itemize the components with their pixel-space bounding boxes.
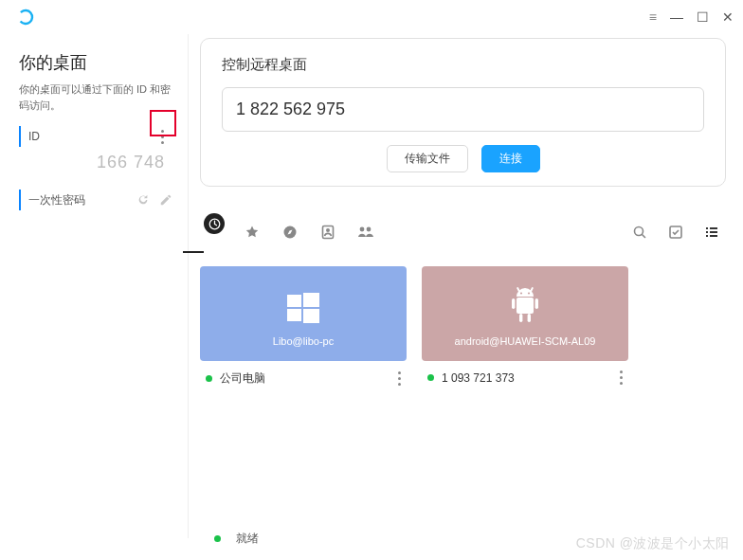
id-more-button[interactable] [152, 126, 172, 147]
maximize-button[interactable]: ☐ [697, 10, 709, 24]
svg-rect-14 [710, 235, 717, 237]
tab-discover[interactable] [280, 222, 300, 243]
remote-id-input[interactable] [222, 87, 704, 132]
password-label: 一次性密码 [28, 192, 85, 208]
tab-group[interactable] [355, 222, 376, 243]
device-name: 1 093 721 373 [442, 371, 515, 385]
svg-rect-11 [706, 231, 708, 233]
watermark: CSDN @波波是个小太阳 [576, 535, 730, 552]
id-label: ID [28, 130, 40, 143]
id-value: 166 748 [19, 153, 165, 172]
svg-point-27 [528, 292, 530, 294]
svg-rect-23 [528, 314, 531, 322]
svg-point-26 [520, 292, 522, 294]
transfer-file-button[interactable]: 传输文件 [387, 145, 468, 172]
hamburger-icon[interactable]: ≡ [649, 10, 657, 24]
svg-rect-19 [516, 298, 534, 314]
svg-point-6 [367, 227, 372, 232]
device-card-toplabel: Libo@libo-pc [273, 335, 334, 347]
minimize-button[interactable]: — [670, 10, 683, 24]
svg-rect-10 [710, 227, 717, 229]
svg-rect-13 [706, 235, 708, 237]
svg-rect-16 [303, 293, 319, 307]
status-text: 就绪 [236, 531, 259, 547]
card-more-button[interactable] [620, 370, 623, 385]
list-view-icon[interactable] [701, 222, 722, 243]
android-icon [505, 286, 545, 330]
statusbar: 就绪 [201, 527, 268, 551]
refresh-icon[interactable] [136, 193, 150, 207]
status-dot-icon [427, 374, 434, 381]
svg-point-5 [360, 227, 365, 232]
device-card-toplabel: android@HUAWEI-SCM-AL09 [455, 335, 596, 347]
svg-point-4 [326, 228, 330, 232]
sidebar-title: 你的桌面 [19, 51, 172, 74]
tab-addressbook[interactable] [317, 222, 338, 243]
search-icon[interactable] [629, 222, 650, 243]
svg-rect-21 [535, 298, 538, 309]
sidebar: 你的桌面 你的桌面可以通过下面的 ID 和密码访问。 ID 166 748 一次… [0, 34, 188, 538]
status-dot-icon [214, 535, 221, 542]
edit-icon[interactable] [159, 193, 172, 207]
more-vertical-icon [620, 370, 623, 385]
remote-panel-title: 控制远程桌面 [222, 56, 704, 74]
close-button[interactable]: ✕ [722, 10, 734, 24]
device-card-windows[interactable]: Libo@libo-pc 公司电脑 [200, 266, 407, 390]
device-cards: Libo@libo-pc 公司电脑 android@HUAWEI-SCM-AL0… [200, 266, 726, 390]
status-dot-icon [206, 375, 212, 382]
svg-rect-15 [287, 295, 301, 307]
more-vertical-icon [398, 371, 401, 386]
remote-panel: 控制远程桌面 传输文件 连接 [200, 38, 726, 187]
windows-icon [281, 286, 325, 330]
connect-button[interactable]: 连接 [481, 145, 540, 172]
svg-rect-12 [710, 231, 717, 233]
svg-rect-17 [287, 309, 301, 321]
select-icon[interactable] [665, 222, 686, 243]
svg-rect-22 [519, 314, 522, 322]
password-row: 一次性密码 [19, 190, 172, 210]
sidebar-subtitle: 你的桌面可以通过下面的 ID 和密码访问。 [19, 81, 172, 113]
device-card-android[interactable]: android@HUAWEI-SCM-AL09 1 093 721 373 [422, 266, 628, 390]
card-more-button[interactable] [398, 371, 401, 386]
svg-rect-9 [706, 227, 708, 229]
app-logo [17, 9, 34, 26]
titlebar: ≡ — ☐ ✕ [0, 0, 743, 34]
tab-recent[interactable] [204, 213, 225, 234]
id-row: ID [19, 126, 172, 147]
window-controls: ≡ — ☐ ✕ [649, 10, 734, 24]
svg-rect-18 [303, 309, 319, 323]
tab-favorites[interactable] [242, 222, 263, 243]
tabs-bar [204, 213, 722, 251]
content-area: 控制远程桌面 传输文件 连接 [189, 34, 743, 538]
device-name: 公司电脑 [220, 370, 265, 387]
svg-rect-20 [512, 298, 515, 309]
svg-point-0 [17, 9, 34, 26]
more-vertical-icon [161, 130, 164, 144]
